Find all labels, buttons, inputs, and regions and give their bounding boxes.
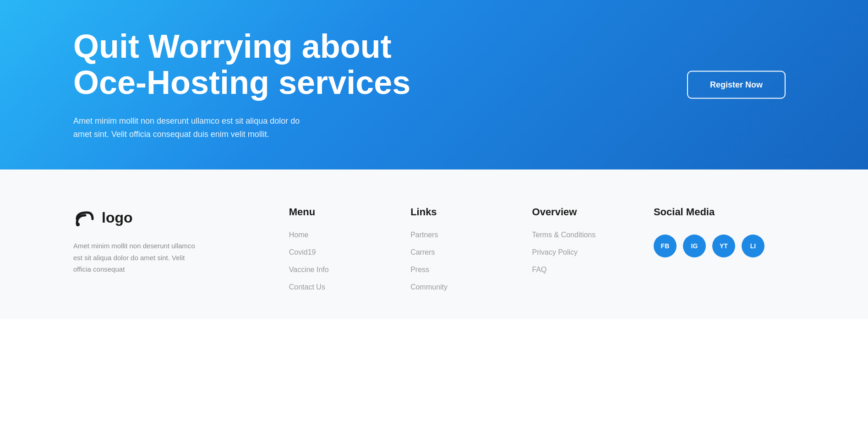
svg-point-0 <box>76 223 80 226</box>
register-now-button[interactable]: Register Now <box>687 71 786 99</box>
links-item-press[interactable]: Press <box>410 266 504 274</box>
footer-section: logo Amet minim mollit non deserunt ulla… <box>0 169 868 319</box>
links-item-carrers[interactable]: Carrers <box>410 248 504 257</box>
logo-icon <box>73 206 96 229</box>
links-item-community[interactable]: Community <box>410 283 504 291</box>
footer-overview-column: Overview Terms & Conditions Privacy Poli… <box>532 206 626 274</box>
overview-item-privacy[interactable]: Privacy Policy <box>532 248 626 257</box>
social-facebook-button[interactable]: FB <box>654 235 677 257</box>
social-media-title: Social Media <box>654 206 795 218</box>
logo-row: logo <box>73 206 262 229</box>
menu-item-covid19[interactable]: Covid19 <box>289 248 383 257</box>
logo-text: logo <box>102 209 133 226</box>
social-icons-row: FB IG YT LI <box>654 235 795 257</box>
hero-register-area: Register Now <box>687 71 786 99</box>
footer-social-column: Social Media FB IG YT LI <box>654 206 795 257</box>
hero-section: Quit Worrying about Oce-Hosting services… <box>0 0 868 169</box>
social-youtube-button[interactable]: YT <box>712 235 735 257</box>
menu-item-home[interactable]: Home <box>289 231 383 239</box>
hero-title: Quit Worrying about Oce-Hosting services <box>73 28 440 101</box>
footer-links-column: Links Partners Carrers Press Community <box>410 206 504 291</box>
menu-item-vaccine-info[interactable]: Vaccine Info <box>289 266 383 274</box>
hero-content: Quit Worrying about Oce-Hosting services… <box>73 28 795 141</box>
social-instagram-button[interactable]: IG <box>683 235 706 257</box>
links-item-partners[interactable]: Partners <box>410 231 504 239</box>
menu-item-contact-us[interactable]: Contact Us <box>289 283 383 291</box>
menu-title: Menu <box>289 206 383 218</box>
overview-item-terms[interactable]: Terms & Conditions <box>532 231 626 239</box>
footer-grid: logo Amet minim mollit non deserunt ulla… <box>73 206 795 291</box>
hero-subtitle: Amet minim mollit non deserunt ullamco e… <box>73 115 311 141</box>
footer-menu-column: Menu Home Covid19 Vaccine Info Contact U… <box>289 206 383 291</box>
footer-description: Amet minim mollit non deserunt ullamco e… <box>73 240 202 275</box>
overview-item-faq[interactable]: FAQ <box>532 266 626 274</box>
footer-logo-column: logo Amet minim mollit non deserunt ulla… <box>73 206 262 275</box>
overview-title: Overview <box>532 206 626 218</box>
social-linkedin-button[interactable]: LI <box>742 235 764 257</box>
links-title: Links <box>410 206 504 218</box>
